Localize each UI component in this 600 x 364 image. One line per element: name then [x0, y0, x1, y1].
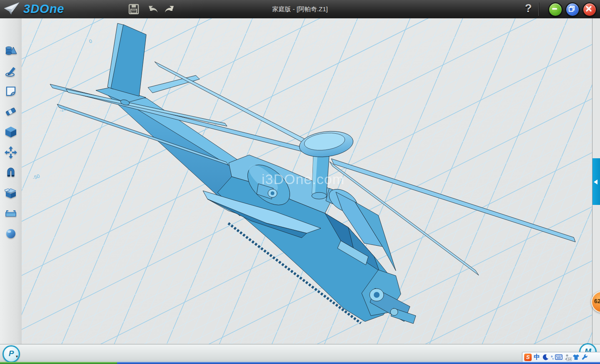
paper-plane-icon [3, 2, 20, 16]
chinese-mode-toggle[interactable]: 中 [534, 353, 540, 361]
bottom-toolbar: 全部 [0, 344, 600, 362]
sketch-plane-icon[interactable] [4, 85, 18, 98]
panel-collapse-tab[interactable] [592, 158, 600, 205]
helicopter-model[interactable]: i3DOne.com [22, 18, 592, 344]
undo-button[interactable] [147, 3, 159, 15]
eraser-trim-icon[interactable] [4, 105, 18, 118]
3d-viewport[interactable]: i3DOne.com 0 -25 -50 108. 089 mm [22, 18, 592, 344]
3done-window: 3DOne 家庭版 - [阿帕奇.Z1] ? [0, 0, 600, 364]
soft-keyboard-icon[interactable] [555, 354, 562, 360]
material-sphere-icon[interactable] [4, 227, 18, 240]
move-transform-icon[interactable] [4, 146, 18, 159]
magnet-snap-icon[interactable] [4, 166, 18, 180]
sketch-draw-icon[interactable] [4, 65, 18, 78]
minimize-button[interactable] [548, 2, 562, 17]
titlebar: 3DOne 家庭版 - [阿帕奇.Z1] ? [0, 0, 600, 19]
window-title: 家庭版 - [阿帕奇.Z1] [0, 0, 600, 18]
sogou-logo-icon[interactable]: S [524, 354, 532, 361]
chevron-left-icon [594, 180, 598, 184]
settings-wrench-icon[interactable] [582, 354, 588, 360]
feature-cube-icon[interactable] [4, 125, 18, 139]
taskbar-green-segment[interactable] [0, 362, 117, 364]
windows-taskbar [0, 362, 600, 364]
moon-mode-icon[interactable] [542, 354, 549, 361]
primitive-solids-icon[interactable] [4, 44, 18, 57]
assembly-box-icon[interactable] [4, 187, 18, 200]
brand-text: 3DOne [23, 2, 64, 16]
user-count-icon[interactable]: 14 [565, 354, 570, 360]
badge-count: 62 [594, 298, 600, 304]
skin-tshirt-icon[interactable] [572, 354, 580, 360]
close-button[interactable] [582, 2, 597, 17]
left-toolbar [0, 18, 22, 344]
app-logo: 3DOne [3, 2, 64, 16]
ime-toolbar: S 中 °, 14 [522, 352, 600, 362]
titlebar-separator [538, 2, 539, 16]
punctuation-toggle[interactable]: °, [551, 355, 553, 360]
redo-button[interactable] [163, 3, 176, 15]
restore-button[interactable] [565, 2, 580, 17]
taskbar-blue-segment[interactable] [117, 362, 600, 364]
p-label: P [9, 349, 14, 358]
save-button[interactable] [128, 3, 140, 15]
quick-menu-caret[interactable]: ▾ [16, 354, 18, 359]
section-banner-icon[interactable] [4, 207, 18, 220]
user-count-label: 14 [567, 357, 572, 361]
help-button[interactable]: ? [522, 2, 534, 16]
watermark-text: i3DOne.com [262, 171, 345, 187]
